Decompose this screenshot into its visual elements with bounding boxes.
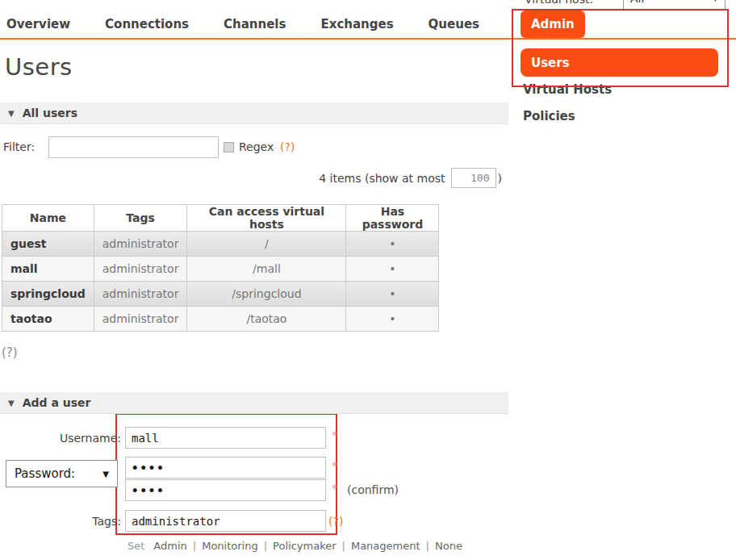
tab-channels[interactable]: Channels bbox=[224, 17, 286, 31]
password-confirm-field[interactable] bbox=[125, 479, 326, 501]
has-password-dot: • bbox=[346, 257, 439, 282]
set-option-admin[interactable]: Admin bbox=[153, 540, 186, 552]
rabbitmq-users-page: Overview Connections Channels Exchanges … bbox=[0, 0, 736, 560]
tab-exchanges[interactable]: Exchanges bbox=[320, 17, 393, 31]
tags-field[interactable] bbox=[125, 510, 326, 532]
user-name-link[interactable]: taotao bbox=[2, 307, 94, 332]
sidebar-item-policies[interactable]: Policies bbox=[523, 109, 575, 123]
user-tags: administrator bbox=[94, 282, 187, 307]
tab-overview[interactable]: Overview bbox=[6, 17, 70, 31]
section-add-user-title: Add a user bbox=[23, 396, 91, 409]
col-header-vhosts: Can access virtual hosts bbox=[187, 205, 346, 232]
filter-input[interactable] bbox=[48, 136, 219, 158]
user-vhosts: /springcloud bbox=[187, 282, 346, 307]
separator: | bbox=[342, 540, 345, 552]
confirm-note: (confirm) bbox=[347, 483, 399, 496]
section-all-users-title: All users bbox=[23, 107, 77, 119]
has-password-dot: • bbox=[346, 307, 439, 332]
user-name-link[interactable]: mall bbox=[2, 257, 94, 282]
tags-help-link[interactable]: (?) bbox=[328, 515, 343, 528]
separator: | bbox=[264, 540, 267, 552]
table-row: mall administrator /mall • bbox=[2, 257, 439, 282]
top-nav: Overview Connections Channels Exchanges … bbox=[6, 17, 479, 31]
password-type-select[interactable]: Password: ▼ bbox=[6, 460, 118, 487]
set-option-none[interactable]: None bbox=[435, 540, 462, 552]
table-row: springcloud administrator /springcloud • bbox=[2, 282, 439, 307]
chevron-down-icon: ▼ bbox=[102, 470, 109, 479]
regex-help-link[interactable]: (?) bbox=[280, 140, 295, 153]
items-count-row: 4 items (show at most ) bbox=[0, 168, 502, 188]
items-count-suffix: ) bbox=[498, 172, 502, 185]
username-label: Username: bbox=[0, 432, 121, 445]
items-count-text: 4 items (show at most bbox=[319, 172, 445, 185]
user-tags: administrator bbox=[94, 307, 187, 332]
tab-connections[interactable]: Connections bbox=[105, 17, 189, 31]
chevron-down-icon: ▼ bbox=[713, 0, 718, 2]
user-tags: administrator bbox=[94, 257, 187, 282]
username-field[interactable] bbox=[125, 427, 326, 449]
set-option-management[interactable]: Management bbox=[351, 540, 420, 552]
set-option-policymaker[interactable]: Policymaker bbox=[273, 540, 336, 552]
regex-checkbox[interactable] bbox=[224, 142, 234, 153]
users-table-help-link[interactable]: (?) bbox=[2, 345, 18, 360]
virtual-host-label: Virtual host: bbox=[525, 0, 593, 6]
user-vhosts: / bbox=[187, 232, 346, 257]
regex-label: Regex bbox=[239, 140, 274, 153]
password-field[interactable] bbox=[125, 457, 326, 479]
user-vhosts: /taotao bbox=[187, 307, 346, 332]
has-password-dot: • bbox=[346, 232, 439, 257]
col-header-has-password: Has password bbox=[346, 205, 439, 232]
username-required-mark: * bbox=[332, 428, 337, 441]
virtual-host-value: All bbox=[630, 0, 644, 5]
table-row: guest administrator / • bbox=[2, 232, 439, 257]
show-at-most-input[interactable] bbox=[451, 168, 496, 188]
col-header-name: Name bbox=[2, 205, 94, 232]
collapse-triangle-icon: ▼ bbox=[8, 399, 15, 407]
filter-label: Filter: bbox=[3, 140, 35, 153]
collapse-triangle-icon: ▼ bbox=[8, 109, 15, 118]
set-label: Set bbox=[128, 540, 144, 552]
set-tags-row: Set Admin | Monitoring | Policymaker | M… bbox=[128, 540, 462, 552]
page-title: Users bbox=[5, 53, 73, 81]
has-password-dot: • bbox=[346, 282, 439, 307]
tab-queues[interactable]: Queues bbox=[429, 17, 479, 31]
separator: | bbox=[193, 540, 196, 552]
section-all-users[interactable]: ▼ All users bbox=[0, 102, 508, 124]
table-header-row: Name Tags Can access virtual hosts Has p… bbox=[2, 205, 439, 232]
user-name-link[interactable]: guest bbox=[2, 232, 94, 257]
col-header-tags: Tags bbox=[94, 205, 187, 232]
password-required-mark: * bbox=[332, 459, 337, 472]
table-row: taotao administrator /taotao • bbox=[2, 307, 439, 332]
set-option-monitoring[interactable]: Monitoring bbox=[202, 540, 258, 552]
annotation-box-admin-users bbox=[512, 9, 729, 87]
user-tags: administrator bbox=[94, 232, 187, 257]
user-name-link[interactable]: springcloud bbox=[2, 282, 94, 307]
section-add-user[interactable]: ▼ Add a user bbox=[0, 392, 508, 414]
users-table: Name Tags Can access virtual hosts Has p… bbox=[2, 204, 439, 332]
password-confirm-required-mark: * bbox=[332, 482, 337, 495]
user-vhosts: /mall bbox=[187, 257, 346, 282]
tags-label: Tags: bbox=[0, 515, 121, 528]
separator: | bbox=[426, 540, 429, 552]
password-type-label: Password: bbox=[15, 466, 75, 481]
